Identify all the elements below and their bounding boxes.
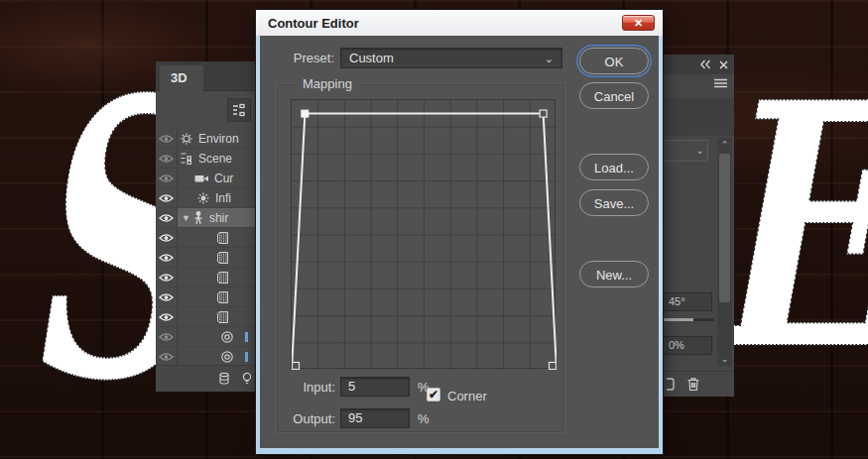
scene-item-texture-9[interactable] [156, 307, 259, 327]
visibility-eye-icon[interactable] [156, 149, 178, 169]
texture-icon [216, 290, 229, 304]
new-button[interactable]: New... [579, 261, 649, 287]
scene-item-sphere-10[interactable] [156, 327, 259, 347]
3d-scene-list: EnvironSceneCurInfi▼shir [156, 129, 259, 367]
output-field[interactable]: 95 [340, 408, 410, 428]
bevel-angle-field[interactable]: 45° [663, 292, 712, 311]
partial-button-icon[interactable] [667, 378, 675, 391]
sphere-icon [220, 330, 234, 344]
sphere-icon [220, 350, 234, 364]
visibility-eye-icon[interactable] [156, 268, 178, 287]
properties-menu-row [663, 74, 734, 92]
close-button[interactable]: ✕ [622, 15, 655, 31]
slider-fill [663, 318, 693, 321]
scene-item-Cur[interactable]: Cur [156, 169, 259, 188]
mapping-label: Mapping [297, 76, 358, 91]
scene-item-texture-8[interactable] [156, 287, 259, 307]
visibility-eye-icon[interactable] [156, 188, 178, 208]
curve-point-0[interactable] [293, 363, 300, 370]
filter-materials-icon[interactable] [217, 372, 231, 386]
scroll-down-icon[interactable]: ⌄ [717, 354, 732, 364]
scene-item-sphere-11[interactable] [156, 347, 259, 367]
text-fragment [245, 332, 248, 342]
dialog-body: Preset: Custom ⌄ OK Cancel Load... Save.… [260, 36, 659, 448]
chevron-down-icon: ⌄ [545, 50, 554, 68]
texture-icon [216, 310, 229, 324]
visibility-eye-icon[interactable] [156, 129, 178, 149]
3d-panel-tabbar: 3D [156, 61, 259, 91]
contour-editor-dialog: Contour Editor ✕ Preset: Custom ⌄ OK Can… [256, 10, 663, 454]
properties-footer [663, 371, 734, 397]
curve-point-3[interactable] [550, 363, 557, 370]
3d-panel-footer [156, 365, 259, 392]
properties-section [663, 98, 734, 136]
close-panel-icon[interactable] [719, 60, 728, 69]
corner-checkbox[interactable]: ✔ [427, 388, 440, 402]
properties-panel: ⌄ ⌃ ⌄ 45° 0% [663, 55, 734, 397]
scroll-up-icon[interactable]: ⌃ [717, 140, 732, 150]
visibility-eye-icon[interactable] [156, 307, 178, 327]
environment-icon [180, 132, 193, 146]
visibility-eye-icon[interactable] [156, 347, 178, 367]
bevel-slider[interactable] [663, 318, 714, 321]
output-label: Output: [268, 411, 335, 426]
camera-icon [194, 173, 209, 183]
visibility-eye-icon[interactable] [156, 248, 178, 268]
scene-item-Environ[interactable]: Environ [156, 129, 259, 149]
strength-field[interactable]: 0% [663, 336, 712, 355]
visibility-eye-icon[interactable] [156, 169, 178, 188]
light-icon [196, 191, 210, 205]
dialog-title: Contour Editor [268, 16, 359, 31]
scene-item-texture-5[interactable] [156, 228, 259, 248]
visibility-eye-icon[interactable] [156, 208, 178, 228]
3d-panel: 3D EnvironSceneCurInfi▼shir [156, 61, 259, 392]
cancel-button[interactable]: Cancel [579, 82, 649, 109]
input-field[interactable]: 5 [340, 377, 410, 397]
visibility-eye-icon[interactable] [156, 287, 178, 307]
scene-item-Scene[interactable]: Scene [156, 149, 259, 169]
texture-icon [216, 271, 229, 285]
contour-curve [292, 100, 557, 370]
properties-panel-header [663, 55, 734, 74]
mesh-icon [192, 211, 204, 225]
scene-item-Infi[interactable]: Infi [156, 188, 259, 208]
text-fragment [245, 352, 248, 362]
light-bulb-icon[interactable] [241, 372, 253, 386]
scene-icon [180, 152, 193, 165]
photoshop-workspace: S E 3D EnvironSceneCurInfi▼shir [0, 0, 868, 459]
chevron-down-icon[interactable]: ▼ [182, 213, 190, 223]
load-button[interactable]: Load... [579, 154, 649, 180]
panel-menu-icon[interactable] [713, 78, 728, 88]
tab-3d[interactable]: 3D [160, 65, 203, 91]
visibility-eye-icon[interactable] [156, 327, 178, 347]
contour-mapping-grid[interactable] [291, 99, 556, 369]
trash-icon[interactable] [686, 377, 700, 392]
3d-panel-toolbar [156, 91, 259, 129]
corner-label: Corner [447, 389, 487, 403]
visibility-eye-icon[interactable] [156, 228, 178, 248]
input-label: Input: [268, 380, 335, 395]
texture-icon [216, 231, 229, 245]
chevron-down-icon: ⌄ [696, 145, 704, 156]
dialog-titlebar[interactable]: Contour Editor [256, 10, 663, 36]
curve-point-2[interactable] [540, 110, 547, 117]
save-button[interactable]: Save... [579, 189, 649, 216]
filter-by-scene-icon[interactable] [227, 98, 251, 122]
scene-item-shir[interactable]: ▼shir [156, 208, 259, 228]
preset-label: Preset: [283, 51, 334, 65]
properties-scrollbar[interactable]: ⌃ ⌄ [717, 138, 732, 366]
scrollbar-thumb[interactable] [719, 154, 730, 302]
curve-point-1[interactable] [302, 110, 309, 117]
collapse-panel-icon[interactable] [699, 59, 711, 69]
scene-item-texture-7[interactable] [156, 268, 259, 287]
scene-item-texture-6[interactable] [156, 248, 259, 268]
properties-dropdown[interactable]: ⌄ [663, 140, 708, 162]
output-unit: % [418, 411, 430, 426]
preset-dropdown[interactable]: Custom ⌄ [340, 48, 562, 68]
texture-icon [216, 251, 229, 265]
preset-value: Custom [349, 51, 394, 65]
ok-button[interactable]: OK [579, 48, 649, 74]
